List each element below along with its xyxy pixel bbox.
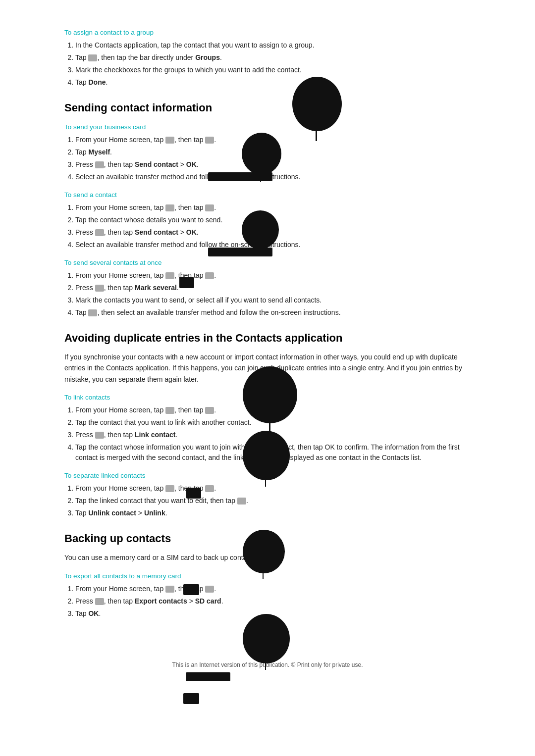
- subsection-title-assign: To assign a contact to a group: [64, 29, 471, 36]
- section-heading-duplicates: Avoiding duplicate entries in the Contac…: [64, 332, 471, 345]
- menu-icon: [95, 229, 104, 236]
- step-item: From your Home screen, tap , then tap .: [75, 405, 471, 415]
- step-item: From your Home screen, tap , then tap .: [75, 270, 471, 281]
- step-item: Press , then tap Mark several.: [75, 283, 471, 293]
- subsection-separate-linked: To separate linked contacts From your Ho…: [64, 472, 471, 518]
- section-heading-sending: Sending contact information: [64, 101, 471, 114]
- step-item: From your Home screen, tap , then tap .: [75, 483, 471, 494]
- share-icon: [88, 309, 97, 316]
- home-icon: [165, 586, 174, 593]
- menu-icon: [95, 285, 104, 292]
- subsection-title-separate-linked: To separate linked contacts: [64, 472, 471, 479]
- menu-icon: [95, 161, 104, 168]
- steps-send-several: From your Home screen, tap , then tap . …: [75, 270, 471, 318]
- subsection-send-contact: To send a contact From your Home screen,…: [64, 191, 471, 250]
- section-backing-up: Backing up contacts You can use a memory…: [64, 532, 471, 618]
- home-icon: [165, 272, 174, 279]
- step-item: Mark the checkboxes for the groups to wh…: [75, 65, 471, 75]
- footer-text: This is an Internet version of this publ…: [64, 661, 471, 668]
- step-item: Tap the contact whose information you wa…: [75, 442, 471, 463]
- step-item: Tap the linked contact that you want to …: [75, 496, 471, 506]
- section-sending-contact: Sending contact information To send your…: [64, 101, 471, 318]
- subsection-title-send-contact: To send a contact: [64, 191, 471, 199]
- step-item: Tap , then tap the bar directly under Gr…: [75, 52, 471, 63]
- home-icon: [165, 407, 174, 414]
- steps-export-contacts: From your Home screen, tap , then tap . …: [75, 584, 471, 619]
- section-body-duplicates: If you synchronise your contacts with a …: [64, 352, 471, 385]
- home-icon: [165, 204, 174, 211]
- subsection-title-link-contacts: To link contacts: [64, 394, 471, 401]
- contacts-icon: [205, 272, 214, 279]
- home-icon: [165, 485, 174, 492]
- step-item: Tap the contact whose details you want t…: [75, 215, 471, 225]
- steps-assign-contact: In the Contacts application, tap the con…: [75, 40, 471, 88]
- contact-icon: [88, 54, 97, 61]
- subsection-assign-contact: To assign a contact to a group In the Co…: [64, 29, 471, 88]
- step-item: Tap Myself.: [75, 147, 471, 157]
- step-item: Press , then tap Send contact > OK.: [75, 159, 471, 170]
- step-item: Tap Done.: [75, 77, 471, 88]
- subsection-export-contacts: To export all contacts to a memory card …: [64, 572, 471, 619]
- menu-icon: [95, 598, 104, 605]
- contacts-icon: [205, 485, 214, 492]
- contacts-icon: [205, 407, 214, 414]
- steps-send-contact: From your Home screen, tap , then tap . …: [75, 202, 471, 250]
- section-avoiding-duplicates: Avoiding duplicate entries in the Contac…: [64, 332, 471, 518]
- subsection-title-business-card: To send your business card: [64, 123, 471, 131]
- step-item: Tap Unlink contact > Unlink.: [75, 508, 471, 518]
- contacts-icon: [205, 204, 214, 211]
- page-content: To assign a contact to a group In the Co…: [64, 0, 471, 698]
- subsection-title-export: To export all contacts to a memory card: [64, 572, 471, 580]
- subsection-send-several-contacts: To send several contacts at once From yo…: [64, 259, 471, 318]
- section-heading-backup: Backing up contacts: [64, 532, 471, 545]
- contacts-icon: [205, 586, 214, 593]
- step-item: From your Home screen, tap , then tap .: [75, 584, 471, 594]
- subsection-link-contacts: To link contacts From your Home screen, …: [64, 394, 471, 463]
- step-item: Tap OK.: [75, 608, 471, 619]
- step-item: Select an available transfer method and …: [75, 240, 471, 250]
- edit-icon: [237, 498, 246, 504]
- step-item: Select an available transfer method and …: [75, 172, 471, 182]
- home-icon: [165, 137, 174, 144]
- page-number: 62: [64, 649, 471, 656]
- step-item: Tap , then select an available transfer …: [75, 307, 471, 318]
- section-body-backup: You can use a memory card or a SIM card …: [64, 552, 471, 563]
- step-item: In the Contacts application, tap the con…: [75, 40, 471, 50]
- step-item: Press , then tap Export contacts > SD ca…: [75, 596, 471, 606]
- menu-icon: [95, 432, 104, 439]
- step-item: From your Home screen, tap , then tap .: [75, 202, 471, 213]
- steps-link-contacts: From your Home screen, tap , then tap . …: [75, 405, 471, 463]
- step-item: Press , then tap Link contact.: [75, 430, 471, 440]
- step-item: Press , then tap Send contact > OK.: [75, 227, 471, 238]
- subsection-send-business-card: To send your business card From your Hom…: [64, 123, 471, 182]
- steps-separate-linked: From your Home screen, tap , then tap . …: [75, 483, 471, 518]
- contacts-icon: [205, 137, 214, 144]
- subsection-title-send-several: To send several contacts at once: [64, 259, 471, 266]
- steps-send-business-card: From your Home screen, tap , then tap . …: [75, 135, 471, 182]
- step-item: Mark the contacts you want to send, or s…: [75, 295, 471, 305]
- step-item: From your Home screen, tap , then tap .: [75, 135, 471, 145]
- step-item: Tap the contact that you want to link wi…: [75, 417, 471, 428]
